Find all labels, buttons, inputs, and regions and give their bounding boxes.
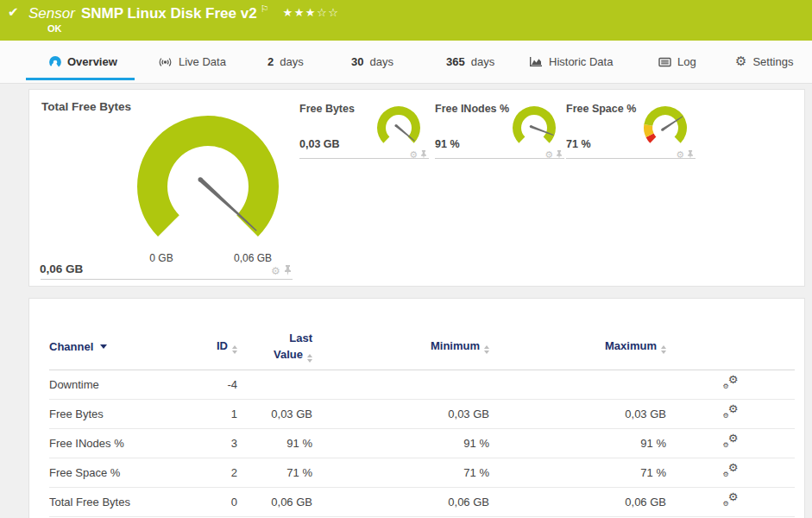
pin-icon[interactable]	[284, 263, 292, 279]
channel-table: Channel ID Last Value Minimum Maximum	[49, 323, 795, 517]
column-header-minimum[interactable]: Minimum	[312, 323, 489, 370]
priority-stars[interactable]: ★★★☆☆	[283, 6, 340, 19]
small-gauge-title: Free Bytes	[299, 103, 355, 115]
historic-chart-icon	[529, 56, 543, 67]
sensor-kind-label: Sensor	[28, 5, 75, 22]
gear-small-icon: ⚙	[723, 501, 729, 508]
column-header-last-value[interactable]: Last Value	[237, 323, 312, 370]
column-label: ID	[217, 339, 228, 352]
channel-settings-icon[interactable]: ⚙⚙	[723, 494, 739, 508]
gear-icon: ⚙	[728, 403, 739, 414]
gauge-block-divider	[41, 279, 293, 280]
tab-log[interactable]: Log	[658, 41, 696, 83]
active-tab-underline	[26, 78, 135, 80]
channel-last-value: 91 %	[237, 429, 312, 458]
channel-settings-icon[interactable]: ⚙⚙	[723, 376, 739, 390]
channel-id: 3	[205, 429, 237, 458]
tab-label: Settings	[752, 55, 793, 68]
channel-last-value: 0,03 GB	[237, 400, 312, 429]
free-inodes-gauge	[509, 105, 559, 152]
channel-id: 0	[205, 488, 237, 517]
small-gauge-title: Free INodes %	[435, 103, 509, 115]
channel-name: Free Space %	[49, 458, 205, 488]
small-gauge-value: 71 %	[566, 138, 591, 150]
channel-settings-icon[interactable]: ⚙⚙	[723, 406, 739, 420]
channel-minimum: 91 %	[312, 429, 489, 458]
channel-maximum: 0,06 GB	[489, 488, 666, 517]
small-gauge-title: Free Space %	[566, 103, 636, 115]
channel-last-value: 71 %	[237, 458, 312, 488]
gear-icon: ⚙	[728, 491, 739, 502]
pin-icon[interactable]	[556, 147, 563, 162]
gear-small-icon: ⚙	[723, 413, 729, 420]
channel-maximum	[489, 370, 666, 400]
tab-overview[interactable]: Overview	[49, 41, 117, 83]
channel-name: Total Free Bytes	[49, 488, 205, 517]
gauge-scale-min: 0 GB	[131, 252, 192, 264]
status-badge: OK	[47, 23, 62, 34]
channel-maximum: 91 %	[489, 429, 666, 458]
tab-bar: Overview Live Data 2 days 30 days 365 da…	[0, 41, 812, 84]
pin-icon[interactable]	[420, 147, 427, 162]
stars-filled: ★★★	[283, 6, 317, 19]
sensor-overview-page: ✔ SensorSNMP Linux Disk Free v2⚐★★★☆☆ OK…	[0, 0, 812, 518]
channel-maximum: 71 %	[489, 458, 666, 488]
status-ok-check-icon: ✔	[8, 4, 19, 20]
live-broadcast-icon	[158, 57, 173, 67]
main-gauge-value: 0,06 GB	[40, 262, 83, 275]
sensor-title-line: SensorSNMP Linux Disk Free v2⚐★★★☆☆	[28, 3, 339, 22]
gauge-block-divider	[566, 158, 696, 159]
channel-id: 1	[205, 400, 237, 429]
tab-live-data[interactable]: Live Data	[158, 41, 226, 83]
tab-label: days	[471, 55, 494, 68]
gauge-block-divider	[299, 158, 429, 159]
sort-icon	[232, 345, 237, 354]
channel-row-total-free-bytes: Total Free Bytes 0 0,06 GB 0,06 GB 0,06 …	[49, 488, 795, 517]
tab-label: days	[369, 55, 393, 68]
gauge-block-free-space: Free Space % 71 % ⚙	[566, 98, 696, 161]
channel-last-value: 0,06 GB	[237, 488, 312, 517]
free-bytes-gauge	[374, 105, 424, 152]
gear-icon: ⚙	[728, 374, 739, 385]
free-space-gauge	[640, 105, 690, 152]
gear-small-icon: ⚙	[723, 383, 729, 390]
gauge-icon	[49, 56, 61, 68]
tab-historic-data[interactable]: Historic Data	[529, 41, 613, 83]
sort-icon	[307, 354, 312, 363]
small-gauge-tools: ⚙	[676, 147, 694, 162]
gauge-block-divider	[435, 158, 564, 159]
channels-card: Channel ID Last Value Minimum Maximum	[28, 298, 805, 518]
tab-label: Historic Data	[549, 55, 613, 68]
column-header-channel[interactable]: Channel	[49, 323, 205, 370]
gear-small-icon: ⚙	[723, 471, 729, 478]
tab-30-days[interactable]: 30 days	[351, 41, 393, 83]
pin-icon[interactable]	[687, 147, 694, 162]
channel-minimum: 0,06 GB	[312, 488, 489, 517]
log-list-icon	[658, 57, 671, 67]
column-header-id[interactable]: ID	[205, 323, 237, 370]
channel-name: Downtime	[49, 370, 205, 400]
small-gauge-value: 91 %	[435, 138, 460, 150]
gauge-scale-max: 0,06 GB	[214, 252, 292, 264]
column-header-maximum[interactable]: Maximum	[489, 323, 666, 370]
tab-settings[interactable]: ⚙ Settings	[735, 41, 793, 83]
small-gauge-value: 0,03 GB	[299, 138, 340, 150]
gear-icon: ⚙	[735, 55, 746, 68]
small-gauge-tools: ⚙	[409, 147, 427, 162]
channel-minimum	[312, 370, 489, 400]
priority-flag-icon[interactable]: ⚐	[261, 3, 269, 15]
tab-number: 365	[446, 55, 465, 68]
channel-minimum: 71 %	[312, 458, 489, 488]
channel-table-header-row: Channel ID Last Value Minimum Maximum	[49, 323, 795, 370]
tab-number: 30	[351, 55, 363, 68]
tab-label: Live Data	[179, 55, 226, 68]
tab-365-days[interactable]: 365 days	[446, 41, 494, 83]
small-gauge-tools: ⚙	[544, 147, 563, 162]
sort-icon	[484, 345, 489, 354]
channel-settings-icon[interactable]: ⚙⚙	[723, 435, 739, 449]
tab-2-days[interactable]: 2 days	[268, 41, 304, 83]
channel-settings-icon[interactable]: ⚙⚙	[723, 464, 739, 478]
gauge-settings-gear-icon[interactable]: ⚙	[271, 266, 280, 276]
tab-number: 2	[268, 55, 274, 68]
gauge-block-free-bytes: Free Bytes 0,03 GB ⚙	[299, 98, 429, 161]
